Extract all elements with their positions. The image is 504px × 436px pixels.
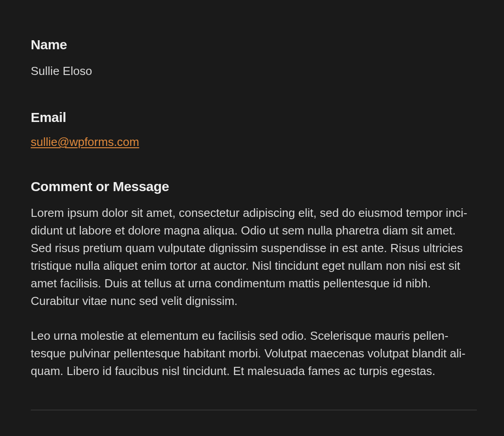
name-value: Sullie Eloso: [31, 62, 477, 80]
message-field: Comment or Message Lorem ipsum dolor sit…: [31, 179, 477, 380]
message-paragraph-1: Lorem ipsum dolor sit amet, consectetur …: [31, 204, 477, 310]
email-label: Email: [31, 110, 477, 125]
email-field: Email sullie@wpforms.com: [31, 110, 477, 149]
message-paragraph-2: Leo urna molestie at elementum eu facili…: [31, 327, 477, 380]
message-label: Comment or Message: [31, 179, 477, 194]
name-label: Name: [31, 37, 477, 52]
name-field: Name Sullie Eloso: [31, 37, 477, 80]
message-body: Lorem ipsum dolor sit amet, consectetur …: [31, 204, 477, 380]
section-divider: [31, 410, 477, 410]
email-link[interactable]: sullie@wpforms.com: [31, 135, 139, 149]
